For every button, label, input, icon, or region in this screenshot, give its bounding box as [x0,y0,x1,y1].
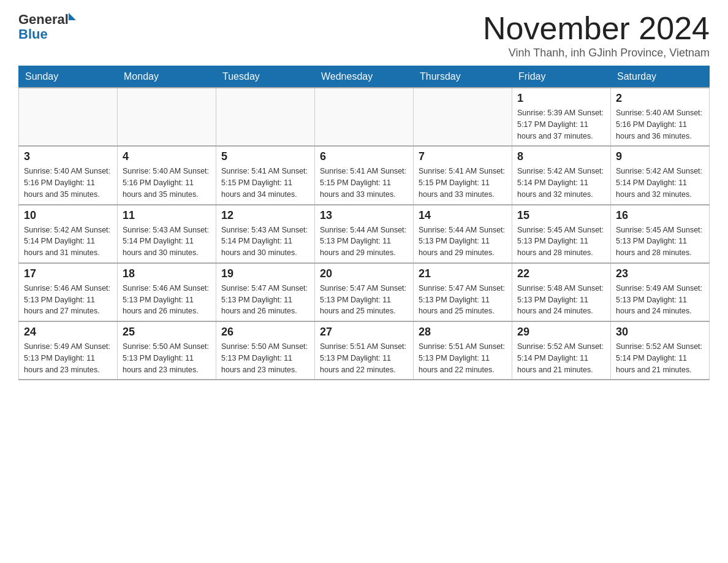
day-number: 20 [320,267,408,280]
calendar-table: SundayMondayTuesdayWednesdayThursdayFrid… [18,66,710,380]
calendar-cell: 9Sunrise: 5:42 AM Sunset: 5:14 PM Daylig… [611,146,710,204]
cell-info: Sunrise: 5:40 AM Sunset: 5:16 PM Dayligh… [24,166,112,200]
calendar-cell: 18Sunrise: 5:46 AM Sunset: 5:13 PM Dayli… [118,263,216,321]
calendar-week-row: 17Sunrise: 5:46 AM Sunset: 5:13 PM Dayli… [19,263,710,321]
calendar-cell: 1Sunrise: 5:39 AM Sunset: 5:17 PM Daylig… [512,88,611,146]
day-number: 8 [517,150,605,163]
logo: General Blue [18,12,76,42]
day-number: 5 [221,150,309,163]
calendar-cell: 25Sunrise: 5:50 AM Sunset: 5:13 PM Dayli… [118,321,216,380]
day-number: 26 [221,326,309,339]
day-number: 25 [123,326,211,339]
day-number: 21 [419,267,507,280]
calendar-cell: 14Sunrise: 5:44 AM Sunset: 5:13 PM Dayli… [414,205,512,263]
cell-info: Sunrise: 5:47 AM Sunset: 5:13 PM Dayligh… [320,283,408,317]
day-number: 18 [123,267,211,280]
cell-info: Sunrise: 5:46 AM Sunset: 5:13 PM Dayligh… [24,283,112,317]
day-number: 30 [616,326,704,339]
calendar-cell: 16Sunrise: 5:45 AM Sunset: 5:13 PM Dayli… [611,205,710,263]
calendar-cell: 5Sunrise: 5:41 AM Sunset: 5:15 PM Daylig… [216,146,315,204]
day-of-week-header: Sunday [19,66,118,88]
calendar-cell: 15Sunrise: 5:45 AM Sunset: 5:13 PM Dayli… [512,205,611,263]
calendar-week-row: 24Sunrise: 5:49 AM Sunset: 5:13 PM Dayli… [19,321,710,380]
calendar-cell: 28Sunrise: 5:51 AM Sunset: 5:13 PM Dayli… [414,321,512,380]
calendar-cell: 27Sunrise: 5:51 AM Sunset: 5:13 PM Dayli… [315,321,414,380]
day-of-week-header: Friday [512,66,611,88]
calendar-cell: 10Sunrise: 5:42 AM Sunset: 5:14 PM Dayli… [19,205,118,263]
calendar-cell [315,88,414,146]
day-number: 13 [320,209,408,222]
calendar-cell: 7Sunrise: 5:41 AM Sunset: 5:15 PM Daylig… [414,146,512,204]
month-title: November 2024 [483,12,710,44]
cell-info: Sunrise: 5:40 AM Sunset: 5:16 PM Dayligh… [123,166,211,200]
calendar-header-row: SundayMondayTuesdayWednesdayThursdayFrid… [19,66,710,88]
cell-info: Sunrise: 5:46 AM Sunset: 5:13 PM Dayligh… [123,283,211,317]
day-number: 24 [24,326,112,339]
calendar-cell: 11Sunrise: 5:43 AM Sunset: 5:14 PM Dayli… [118,205,216,263]
cell-info: Sunrise: 5:44 AM Sunset: 5:13 PM Dayligh… [419,224,507,259]
calendar-cell: 20Sunrise: 5:47 AM Sunset: 5:13 PM Dayli… [315,263,414,321]
day-number: 4 [123,150,211,163]
day-number: 1 [517,92,605,105]
cell-info: Sunrise: 5:42 AM Sunset: 5:14 PM Dayligh… [24,224,112,259]
day-number: 16 [616,209,704,222]
cell-info: Sunrise: 5:51 AM Sunset: 5:13 PM Dayligh… [320,341,408,375]
cell-info: Sunrise: 5:41 AM Sunset: 5:15 PM Dayligh… [419,166,507,200]
calendar-cell: 22Sunrise: 5:48 AM Sunset: 5:13 PM Dayli… [512,263,611,321]
day-of-week-header: Monday [118,66,216,88]
cell-info: Sunrise: 5:45 AM Sunset: 5:13 PM Dayligh… [517,224,605,259]
cell-info: Sunrise: 5:43 AM Sunset: 5:14 PM Dayligh… [123,224,211,259]
day-number: 19 [221,267,309,280]
location-subtitle: Vinh Thanh, inh GJinh Province, Vietnam [483,47,710,59]
calendar-cell: 29Sunrise: 5:52 AM Sunset: 5:14 PM Dayli… [512,321,611,380]
calendar-cell [216,88,315,146]
day-of-week-header: Saturday [611,66,710,88]
cell-info: Sunrise: 5:42 AM Sunset: 5:14 PM Dayligh… [616,166,704,200]
calendar-cell: 8Sunrise: 5:42 AM Sunset: 5:14 PM Daylig… [512,146,611,204]
cell-info: Sunrise: 5:49 AM Sunset: 5:13 PM Dayligh… [616,283,704,317]
cell-info: Sunrise: 5:39 AM Sunset: 5:17 PM Dayligh… [517,107,605,142]
page-header: General Blue November 2024 Vinh Thanh, i… [18,12,710,59]
day-of-week-header: Wednesday [315,66,414,88]
day-number: 12 [221,209,309,222]
header-right: November 2024 Vinh Thanh, inh GJinh Prov… [483,12,710,59]
calendar-cell: 26Sunrise: 5:50 AM Sunset: 5:13 PM Dayli… [216,321,315,380]
calendar-cell: 3Sunrise: 5:40 AM Sunset: 5:16 PM Daylig… [19,146,118,204]
cell-info: Sunrise: 5:45 AM Sunset: 5:13 PM Dayligh… [616,224,704,259]
day-number: 6 [320,150,408,163]
day-number: 17 [24,267,112,280]
cell-info: Sunrise: 5:50 AM Sunset: 5:13 PM Dayligh… [221,341,309,375]
cell-info: Sunrise: 5:47 AM Sunset: 5:13 PM Dayligh… [221,283,309,317]
calendar-cell: 2Sunrise: 5:40 AM Sunset: 5:16 PM Daylig… [611,88,710,146]
day-number: 28 [419,326,507,339]
cell-info: Sunrise: 5:48 AM Sunset: 5:13 PM Dayligh… [517,283,605,317]
day-number: 7 [419,150,507,163]
calendar-cell [19,88,118,146]
logo-general: General [18,12,69,27]
day-number: 29 [517,326,605,339]
cell-info: Sunrise: 5:49 AM Sunset: 5:13 PM Dayligh… [24,341,112,375]
cell-info: Sunrise: 5:47 AM Sunset: 5:13 PM Dayligh… [419,283,507,317]
day-number: 2 [616,92,704,105]
day-number: 15 [517,209,605,222]
calendar-cell: 17Sunrise: 5:46 AM Sunset: 5:13 PM Dayli… [19,263,118,321]
day-number: 23 [616,267,704,280]
calendar-cell: 24Sunrise: 5:49 AM Sunset: 5:13 PM Dayli… [19,321,118,380]
cell-info: Sunrise: 5:43 AM Sunset: 5:14 PM Dayligh… [221,224,309,259]
cell-info: Sunrise: 5:41 AM Sunset: 5:15 PM Dayligh… [221,166,309,200]
cell-info: Sunrise: 5:42 AM Sunset: 5:14 PM Dayligh… [517,166,605,200]
cell-info: Sunrise: 5:40 AM Sunset: 5:16 PM Dayligh… [616,107,704,142]
cell-info: Sunrise: 5:52 AM Sunset: 5:14 PM Dayligh… [517,341,605,375]
calendar-week-row: 1Sunrise: 5:39 AM Sunset: 5:17 PM Daylig… [19,88,710,146]
cell-info: Sunrise: 5:50 AM Sunset: 5:13 PM Dayligh… [123,341,211,375]
cell-info: Sunrise: 5:51 AM Sunset: 5:13 PM Dayligh… [419,341,507,375]
day-number: 9 [616,150,704,163]
calendar-week-row: 3Sunrise: 5:40 AM Sunset: 5:16 PM Daylig… [19,146,710,204]
cell-info: Sunrise: 5:41 AM Sunset: 5:15 PM Dayligh… [320,166,408,200]
calendar-cell [118,88,216,146]
day-number: 27 [320,326,408,339]
cell-info: Sunrise: 5:52 AM Sunset: 5:14 PM Dayligh… [616,341,704,375]
calendar-cell: 4Sunrise: 5:40 AM Sunset: 5:16 PM Daylig… [118,146,216,204]
calendar-cell: 23Sunrise: 5:49 AM Sunset: 5:13 PM Dayli… [611,263,710,321]
day-number: 14 [419,209,507,222]
